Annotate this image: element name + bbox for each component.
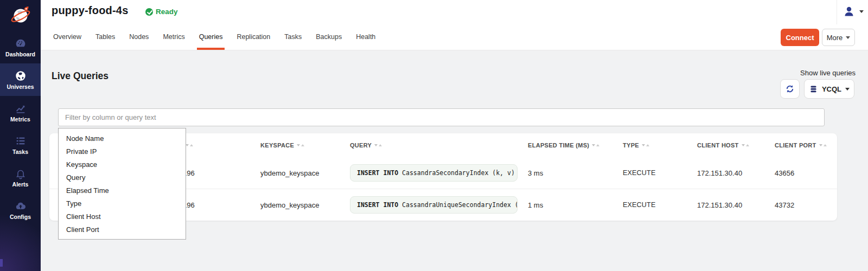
- more-button[interactable]: More: [822, 29, 855, 46]
- sidebar-item-tasks[interactable]: Tasks: [0, 128, 41, 161]
- sidebar-item-label: Tasks: [12, 149, 28, 155]
- sort-icon: [642, 144, 649, 146]
- tab-overview[interactable]: Overview: [46, 24, 88, 50]
- page-title: Live Queries: [52, 70, 108, 82]
- yugabyte-logo-icon[interactable]: [8, 3, 33, 28]
- show-live-queries-label: Show live queries: [780, 69, 856, 77]
- query-cell: INSERT INTO CassandraUniqueSecondaryInde…: [350, 196, 528, 214]
- sort-icon: [819, 144, 827, 146]
- universe-tab-bar: Overview Tables Nodes Metrics Queries Re…: [41, 24, 868, 50]
- client-host-cell: 172.151.30.40: [697, 201, 775, 209]
- query-code-block: INSERT INTO CassandraSecondaryIndex (k, …: [350, 164, 518, 182]
- check-circle-icon: [145, 8, 153, 16]
- user-avatar-icon: [843, 5, 856, 18]
- keyspace-cell: ybdemo_keyspace: [260, 169, 350, 177]
- chevron-down-icon: [845, 88, 850, 91]
- sidebar-item-label: Metrics: [10, 116, 30, 122]
- refresh-icon: [785, 84, 795, 94]
- filter-menu-item-node-name[interactable]: Node Name: [59, 132, 186, 145]
- column-header-elapsed-time[interactable]: ELAPSED TIME (MS): [528, 142, 623, 149]
- top-bar: puppy-food-4s Ready: [41, 0, 868, 24]
- list-icon: [15, 135, 27, 147]
- type-cell: EXECUTE: [623, 169, 697, 177]
- type-cell: EXECUTE: [623, 201, 697, 209]
- column-header-client-port[interactable]: CLIENT PORT: [775, 142, 828, 149]
- sort-icon: [742, 144, 749, 146]
- globe-icon: [15, 70, 27, 82]
- tabs: Overview Tables Nodes Metrics Queries Re…: [46, 24, 382, 50]
- filter-column-menu: Node Name Private IP Keyspace Query Elap…: [58, 128, 186, 240]
- sidebar-item-label: Configs: [10, 214, 31, 220]
- sidebar-item-label: Alerts: [12, 181, 29, 188]
- filter-menu-item-query[interactable]: Query: [59, 171, 186, 184]
- more-button-label: More: [827, 34, 843, 42]
- sidebar-item-label: Universes: [7, 83, 34, 90]
- sidebar-item-metrics[interactable]: Metrics: [0, 96, 41, 128]
- column-header-query[interactable]: QUERY: [350, 142, 528, 149]
- sidebar-nav: Dashboard Universes Metrics: [0, 31, 41, 226]
- line-chart-icon: [15, 102, 27, 114]
- query-filter-input[interactable]: [58, 108, 825, 126]
- client-port-cell: 43656: [775, 169, 828, 177]
- sidebar-item-alerts[interactable]: Alerts: [0, 161, 41, 193]
- sidebar-item-universes[interactable]: Universes: [0, 63, 41, 96]
- database-icon: [809, 85, 818, 94]
- header-divider: [837, 0, 837, 24]
- elapsed-time-cell: 3 ms: [528, 169, 623, 177]
- client-port-cell: 43732: [775, 201, 828, 209]
- tab-queries[interactable]: Queries: [192, 24, 230, 50]
- status-badge: Ready: [145, 8, 178, 16]
- column-header-client-host[interactable]: CLIENT HOST: [697, 142, 775, 149]
- tab-tasks[interactable]: Tasks: [277, 24, 309, 50]
- query-code-block: INSERT INTO CassandraUniqueSecondaryInde…: [350, 196, 518, 214]
- user-menu[interactable]: [843, 5, 864, 18]
- sidebar-item-dashboard[interactable]: Dashboard: [0, 31, 41, 63]
- filter-menu-item-private-ip[interactable]: Private IP: [59, 145, 186, 158]
- tab-health[interactable]: Health: [349, 24, 382, 50]
- chevron-down-icon: [846, 36, 850, 39]
- client-host-cell: 172.151.30.40: [697, 169, 775, 177]
- column-header-keyspace[interactable]: KEYSPACE: [260, 142, 350, 149]
- cloud-upload-icon: [15, 200, 27, 212]
- universe-title: puppy-food-4s: [52, 4, 128, 17]
- elapsed-time-cell: 1 ms: [528, 201, 623, 209]
- bell-icon: [15, 167, 27, 179]
- filter-menu-item-type[interactable]: Type: [59, 197, 186, 210]
- tab-metrics[interactable]: Metrics: [156, 24, 192, 50]
- refresh-button[interactable]: [780, 79, 800, 99]
- query-cell: INSERT INTO CassandraSecondaryIndex (k, …: [350, 164, 528, 182]
- sidebar-item-configs[interactable]: Configs: [0, 193, 41, 226]
- gauge-icon: [15, 37, 27, 49]
- api-selector-dropdown[interactable]: YCQL: [804, 79, 854, 99]
- api-selected-label: YCQL: [822, 85, 841, 93]
- tab-replication[interactable]: Replication: [229, 24, 277, 50]
- tab-backups[interactable]: Backups: [309, 24, 349, 50]
- filter-menu-item-client-port[interactable]: Client Port: [59, 223, 186, 236]
- column-header-type[interactable]: TYPE: [623, 142, 697, 149]
- sidebar: Dashboard Universes Metrics: [0, 0, 41, 271]
- connect-button[interactable]: Connect: [781, 29, 819, 46]
- sort-icon: [186, 144, 193, 146]
- filter-menu-item-elapsed-time[interactable]: Elapsed Time: [59, 184, 186, 197]
- sort-icon: [297, 144, 304, 146]
- tab-nodes[interactable]: Nodes: [122, 24, 156, 50]
- sidebar-bottom-fragment: [0, 259, 3, 267]
- sort-icon: [592, 144, 599, 146]
- filter-menu-item-keyspace[interactable]: Keyspace: [59, 158, 186, 171]
- sidebar-item-label: Dashboard: [5, 51, 35, 57]
- sort-icon: [374, 144, 382, 146]
- keyspace-cell: ybdemo_keyspace: [260, 201, 350, 209]
- status-text: Ready: [156, 8, 178, 16]
- filter-menu-item-client-host[interactable]: Client Host: [59, 210, 186, 223]
- chevron-down-icon: [859, 10, 864, 13]
- tab-tables[interactable]: Tables: [88, 24, 122, 50]
